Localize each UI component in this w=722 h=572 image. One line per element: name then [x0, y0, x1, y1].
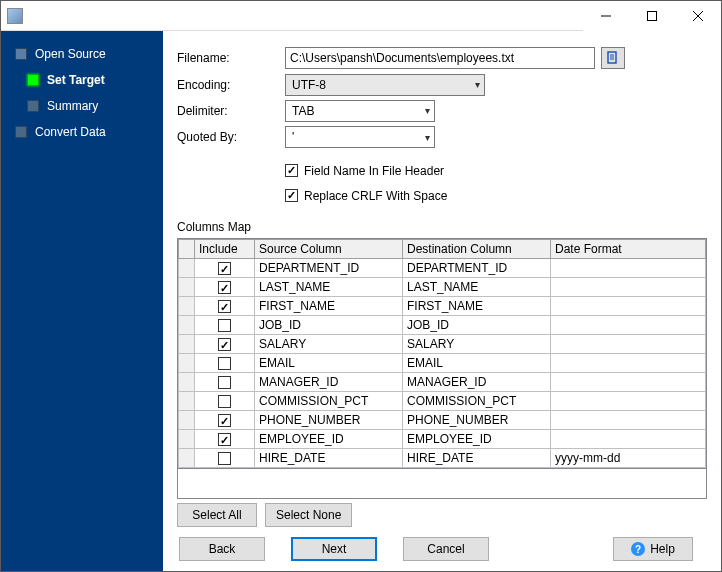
chevron-down-icon: ▾ [425, 132, 430, 143]
replace-crlf-checkbox[interactable] [285, 189, 298, 202]
row-header[interactable] [179, 297, 195, 316]
dest-cell[interactable]: HIRE_DATE [403, 449, 551, 468]
include-cell[interactable] [195, 278, 255, 297]
table-row: LAST_NAMELAST_NAME [179, 278, 706, 297]
row-header[interactable] [179, 335, 195, 354]
back-button[interactable]: Back [179, 537, 265, 561]
source-cell[interactable]: EMPLOYEE_ID [255, 430, 403, 449]
select-all-button[interactable]: Select All [177, 503, 257, 527]
include-cell[interactable] [195, 373, 255, 392]
row-header[interactable] [179, 392, 195, 411]
dest-cell[interactable]: LAST_NAME [403, 278, 551, 297]
include-checkbox[interactable] [218, 262, 231, 275]
table-row: JOB_IDJOB_ID [179, 316, 706, 335]
dest-cell[interactable]: MANAGER_ID [403, 373, 551, 392]
dest-cell[interactable]: EMAIL [403, 354, 551, 373]
include-cell[interactable] [195, 335, 255, 354]
select-none-button[interactable]: Select None [265, 503, 352, 527]
include-cell[interactable] [195, 316, 255, 335]
maximize-button[interactable] [629, 1, 675, 31]
sidebar-item-summary[interactable]: Summary [1, 93, 163, 119]
row-header[interactable] [179, 316, 195, 335]
include-checkbox[interactable] [218, 452, 231, 465]
datefmt-cell[interactable] [551, 411, 706, 430]
browse-button[interactable] [601, 47, 625, 69]
dest-cell[interactable]: JOB_ID [403, 316, 551, 335]
source-cell[interactable]: JOB_ID [255, 316, 403, 335]
source-cell[interactable]: MANAGER_ID [255, 373, 403, 392]
include-cell[interactable] [195, 354, 255, 373]
datefmt-cell[interactable] [551, 335, 706, 354]
row-header[interactable] [179, 411, 195, 430]
close-button[interactable] [675, 1, 721, 31]
encoding-combo[interactable]: UTF-8 ▾ [285, 74, 485, 96]
source-cell[interactable]: FIRST_NAME [255, 297, 403, 316]
include-checkbox[interactable] [218, 300, 231, 313]
fieldname-checkbox[interactable] [285, 164, 298, 177]
row-header[interactable] [179, 430, 195, 449]
row-header[interactable] [179, 354, 195, 373]
replace-crlf-checkbox-label: Replace CRLF With Space [304, 189, 447, 203]
sidebar-item-set-target[interactable]: Set Target [1, 67, 163, 93]
step-icon [15, 48, 27, 60]
datefmt-cell[interactable] [551, 373, 706, 392]
next-button[interactable]: Next [291, 537, 377, 561]
include-checkbox[interactable] [218, 281, 231, 294]
source-cell[interactable]: DEPARTMENT_ID [255, 259, 403, 278]
cancel-button[interactable]: Cancel [403, 537, 489, 561]
filename-label: Filename: [177, 51, 285, 65]
include-cell[interactable] [195, 259, 255, 278]
source-cell[interactable]: SALARY [255, 335, 403, 354]
header-source[interactable]: Source Column [255, 240, 403, 259]
sidebar-item-convert-data[interactable]: Convert Data [1, 119, 163, 145]
include-checkbox[interactable] [218, 319, 231, 332]
header-include[interactable]: Include [195, 240, 255, 259]
svg-rect-1 [648, 11, 657, 20]
include-checkbox[interactable] [218, 376, 231, 389]
include-cell[interactable] [195, 297, 255, 316]
dest-cell[interactable]: DEPARTMENT_ID [403, 259, 551, 278]
delimiter-combo[interactable]: TAB ▾ [285, 100, 435, 122]
source-cell[interactable]: LAST_NAME [255, 278, 403, 297]
source-cell[interactable]: EMAIL [255, 354, 403, 373]
datefmt-cell[interactable] [551, 259, 706, 278]
datefmt-cell[interactable]: yyyy-mm-dd [551, 449, 706, 468]
row-header[interactable] [179, 278, 195, 297]
help-icon: ? [631, 542, 645, 556]
datefmt-cell[interactable] [551, 316, 706, 335]
include-cell[interactable] [195, 392, 255, 411]
dest-cell[interactable]: COMMISSION_PCT [403, 392, 551, 411]
dest-cell[interactable]: PHONE_NUMBER [403, 411, 551, 430]
row-header[interactable] [179, 373, 195, 392]
sidebar-item-open-source[interactable]: Open Source [1, 41, 163, 67]
row-header[interactable] [179, 449, 195, 468]
datefmt-cell[interactable] [551, 354, 706, 373]
header-datefmt[interactable]: Date Format [551, 240, 706, 259]
row-header[interactable] [179, 259, 195, 278]
datefmt-cell[interactable] [551, 430, 706, 449]
include-checkbox[interactable] [218, 414, 231, 427]
include-checkbox[interactable] [218, 433, 231, 446]
datefmt-cell[interactable] [551, 392, 706, 411]
header-dest[interactable]: Destination Column [403, 240, 551, 259]
sidebar-item-label: Open Source [35, 47, 106, 61]
help-button[interactable]: ? Help [613, 537, 693, 561]
dest-cell[interactable]: EMPLOYEE_ID [403, 430, 551, 449]
include-cell[interactable] [195, 411, 255, 430]
source-cell[interactable]: HIRE_DATE [255, 449, 403, 468]
include-cell[interactable] [195, 449, 255, 468]
quoted-combo[interactable]: ' ▾ [285, 126, 435, 148]
minimize-button[interactable] [583, 1, 629, 31]
datefmt-cell[interactable] [551, 278, 706, 297]
include-cell[interactable] [195, 430, 255, 449]
quoted-label: Quoted By: [177, 130, 285, 144]
dest-cell[interactable]: FIRST_NAME [403, 297, 551, 316]
filename-input[interactable] [285, 47, 595, 69]
include-checkbox[interactable] [218, 338, 231, 351]
include-checkbox[interactable] [218, 357, 231, 370]
dest-cell[interactable]: SALARY [403, 335, 551, 354]
source-cell[interactable]: PHONE_NUMBER [255, 411, 403, 430]
source-cell[interactable]: COMMISSION_PCT [255, 392, 403, 411]
include-checkbox[interactable] [218, 395, 231, 408]
datefmt-cell[interactable] [551, 297, 706, 316]
